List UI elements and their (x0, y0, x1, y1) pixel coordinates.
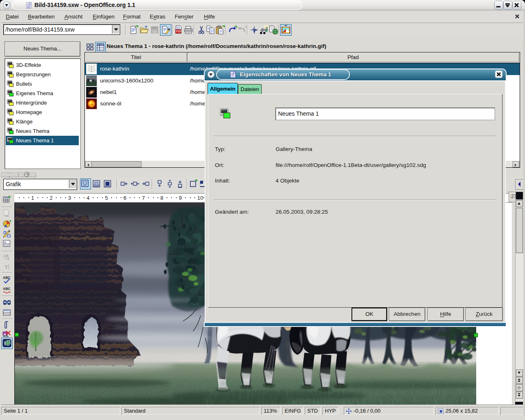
svg-text:ABC: ABC (3, 287, 10, 291)
svg-text:AB: AB (3, 254, 9, 258)
svg-text:PDF: PDF (176, 30, 182, 33)
svg-text:T: T (5, 264, 8, 270)
